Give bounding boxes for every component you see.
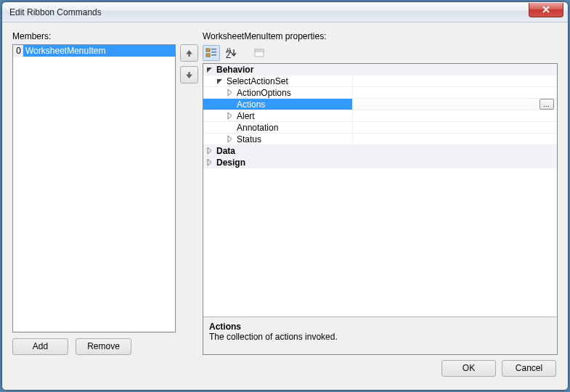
property-name: Actions — [235, 99, 265, 110]
property-value-cell[interactable] — [353, 75, 557, 86]
members-buttons: Add Remove — [12, 338, 176, 355]
close-button[interactable] — [529, 3, 563, 17]
categorized-icon — [205, 48, 217, 58]
dialog-buttons: OK Cancel — [12, 355, 558, 381]
move-down-button[interactable] — [180, 66, 198, 83]
property-name-cell[interactable]: ActionOptions — [203, 87, 353, 98]
members-list[interactable]: 0 WorksheetMenuItem — [12, 44, 176, 332]
category-row[interactable]: Behavior — [203, 64, 557, 75]
property-name: Design — [215, 158, 245, 168]
property-name: Annotation — [235, 123, 278, 133]
arrow-up-icon — [185, 49, 193, 57]
alphabetical-icon: AZ — [226, 48, 237, 58]
content-area: Members: 0 WorksheetMenuItem Add Remove — [2, 23, 568, 390]
property-value-cell[interactable] — [353, 87, 557, 98]
list-item-text: WorksheetMenuItem — [23, 46, 175, 56]
svg-text:Z: Z — [226, 50, 231, 58]
list-item[interactable]: 0 WorksheetMenuItem — [13, 45, 175, 57]
property-name: Status — [235, 134, 261, 144]
members-column: Members: 0 WorksheetMenuItem Add Remove — [12, 31, 176, 355]
spacer-icon — [225, 100, 234, 109]
alphabetical-button[interactable]: AZ — [223, 45, 240, 61]
collapse-icon[interactable] — [205, 65, 213, 74]
property-name: ActionOptions — [235, 88, 291, 98]
property-value-cell[interactable] — [353, 134, 557, 144]
property-name-cell[interactable]: Design — [203, 157, 557, 168]
expand-icon[interactable] — [205, 147, 213, 155]
property-name-cell[interactable]: Status — [203, 134, 353, 144]
svg-rect-4 — [211, 54, 216, 56]
spacer-icon — [225, 123, 234, 132]
property-grid[interactable]: BehaviorSelectActionSetActionOptionsActi… — [203, 63, 558, 355]
expand-icon[interactable] — [205, 158, 213, 167]
property-name-cell[interactable]: Data — [203, 145, 557, 156]
arrow-down-icon — [185, 71, 193, 79]
property-toolbar: AZ — [203, 44, 558, 63]
reorder-buttons — [180, 44, 198, 355]
cancel-button[interactable]: Cancel — [502, 360, 556, 377]
property-name: SelectActionSet — [225, 76, 288, 86]
properties-label: WorksheetMenuItem properties: — [203, 31, 558, 41]
property-value-cell[interactable]: … — [353, 99, 557, 110]
svg-rect-1 — [211, 49, 216, 50]
property-value-cell[interactable] — [353, 110, 557, 121]
property-pages-icon — [253, 48, 265, 58]
body-columns: Members: 0 WorksheetMenuItem Add Remove — [12, 31, 558, 355]
svg-rect-3 — [211, 52, 216, 53]
property-name-cell[interactable]: Alert — [203, 110, 353, 121]
move-up-button[interactable] — [180, 44, 198, 62]
close-icon — [542, 6, 550, 13]
help-desc: The collection of actions invoked. — [209, 332, 551, 342]
property-name-cell[interactable]: Actions — [203, 99, 353, 110]
category-row[interactable]: Design — [203, 157, 557, 168]
property-pages-button[interactable] — [251, 45, 268, 61]
property-name-cell[interactable]: Annotation — [203, 122, 353, 133]
ellipsis-button[interactable]: … — [540, 99, 554, 110]
svg-rect-8 — [255, 49, 264, 52]
ok-button[interactable]: OK — [441, 360, 496, 377]
property-row[interactable]: Actions… — [203, 99, 557, 110]
titlebar[interactable]: Edit Ribbon Commands — [2, 2, 568, 23]
property-name: Alert — [235, 111, 255, 121]
category-row[interactable]: Data — [203, 145, 557, 157]
expand-icon[interactable] — [225, 112, 234, 121]
svg-rect-2 — [206, 54, 210, 57]
expand-icon[interactable] — [225, 89, 234, 97]
collapse-icon[interactable] — [215, 77, 224, 86]
property-help: Actions The collection of actions invoke… — [203, 317, 557, 354]
property-row[interactable]: Alert — [203, 110, 557, 122]
property-grid-body[interactable]: BehaviorSelectActionSetActionOptionsActi… — [203, 64, 557, 317]
property-name: Data — [215, 146, 235, 156]
svg-rect-0 — [206, 49, 210, 52]
list-item-index: 0 — [13, 45, 23, 57]
members-label: Members: — [12, 31, 176, 41]
expand-icon[interactable] — [225, 135, 234, 144]
property-name-cell[interactable]: SelectActionSet — [203, 75, 353, 86]
categorized-button[interactable] — [203, 45, 220, 61]
property-row[interactable]: ActionOptions — [203, 87, 557, 99]
property-name: Behavior — [215, 65, 253, 75]
add-button[interactable]: Add — [12, 338, 68, 355]
properties-column: WorksheetMenuItem properties: — [203, 31, 558, 355]
dialog-window: Edit Ribbon Commands Members: 0 Workshee… — [1, 1, 569, 391]
property-row[interactable]: Annotation — [203, 122, 557, 134]
help-title: Actions — [209, 322, 551, 332]
window-title: Edit Ribbon Commands — [9, 7, 529, 17]
property-value-cell[interactable] — [353, 122, 557, 133]
property-name-cell[interactable]: Behavior — [203, 64, 557, 75]
property-row[interactable]: SelectActionSet — [203, 75, 557, 87]
remove-button[interactable]: Remove — [76, 338, 131, 355]
property-row[interactable]: Status — [203, 134, 557, 145]
property-grid-wrap: AZ BehaviorSelectActionSetActionOpt — [203, 44, 558, 355]
